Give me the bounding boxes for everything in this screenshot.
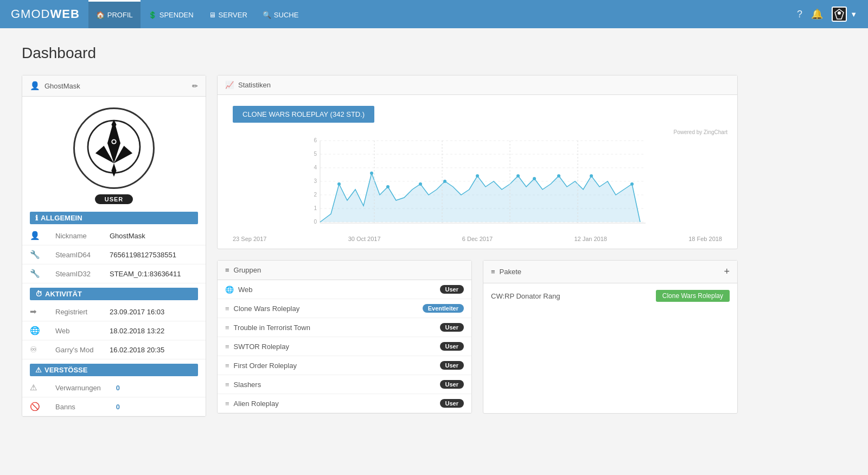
pakete-card: ≡ Pakete + CW:RP Donator Rang Clone Wars… xyxy=(483,260,738,414)
table-row: ⚠ Verwarnungen 0 xyxy=(22,378,206,397)
server-filter-button[interactable]: CLONE WARS ROLEPLAY (342 STD.) xyxy=(233,106,374,123)
list-item: ≡ Slashers User xyxy=(218,375,471,394)
group-name: SWTOR Roleplay xyxy=(234,343,289,351)
nav-label-server: SERVER xyxy=(219,11,247,19)
section-verstoesse: ⚠ VERSTÖSSE xyxy=(30,364,198,376)
nav-item-server[interactable]: 🖥 SERVER xyxy=(201,0,255,28)
paket-list: CW:RP Donator Rang Clone Wars Roleplay xyxy=(483,283,737,308)
bottom-grid: ≡ Gruppen 🌐 Web User xyxy=(217,260,738,414)
statistiken-card: 📈 Statistiken CLONE WARS ROLEPLAY (342 S… xyxy=(217,75,738,249)
svg-point-7 xyxy=(112,140,116,143)
group-name: Trouble in Terrorist Town xyxy=(234,324,310,332)
help-icon[interactable]: ? xyxy=(797,9,802,20)
user-avatar xyxy=(832,7,847,22)
list-item: ≡ First Order Roleplay User xyxy=(218,356,471,375)
list-item: 🌐 Web User xyxy=(218,280,471,299)
nav-item-suche[interactable]: 🔍 SUCHE xyxy=(255,0,307,28)
nav-item-profil[interactable]: 🏠 PROFIL xyxy=(88,0,141,28)
user-dropdown-arrow: ▼ xyxy=(850,10,857,18)
section-allgemein: ℹ ALLGEMEIN xyxy=(30,212,198,224)
svg-point-28 xyxy=(419,182,422,186)
group-name: Slashers xyxy=(234,381,261,389)
date-3: 6 Dec 2017 xyxy=(462,236,493,242)
chart-icon: 📈 xyxy=(225,81,234,89)
list-item: ≡ SWTOR Roleplay User xyxy=(218,337,471,356)
table-row: 🚫 Banns 0 xyxy=(22,397,206,416)
game-icon: ♾ xyxy=(22,340,48,359)
avatar-circle xyxy=(73,107,155,189)
chart-dates: 23 Sep 2017 30 Oct 2017 6 Dec 2017 12 Ja… xyxy=(225,235,730,246)
add-paket-icon[interactable]: + xyxy=(724,266,730,277)
profile-name: GhostMask xyxy=(44,82,80,90)
table-row: ➡ Registriert 23.09.2017 16:03 xyxy=(22,302,206,321)
allgemein-table: 👤 Nickname GhostMask 🔧 SteamID64 7656119… xyxy=(22,226,206,283)
server-group-icon: ≡ xyxy=(225,343,229,351)
nav-label-spenden: SPENDEN xyxy=(159,11,194,19)
svg-point-33 xyxy=(557,174,560,178)
gruppen-header: ≡ Gruppen xyxy=(218,261,471,280)
donate-icon: 💲 xyxy=(148,11,157,19)
login-icon: ➡ xyxy=(22,302,48,321)
svg-text:0: 0 xyxy=(314,219,317,225)
main-content: Dashboard 👤 GhostMask ✏ xyxy=(0,28,760,433)
svg-point-32 xyxy=(533,177,536,180)
statistiken-title: Statistiken xyxy=(238,81,271,89)
user-role-badge: USER xyxy=(95,194,133,204)
banns-icon: 🚫 xyxy=(22,397,48,416)
table-row: ♾ Garry's Mod 16.02.2018 20:35 xyxy=(22,340,206,359)
groups-icon: ≡ xyxy=(225,266,229,274)
steamid64-icon: 🔧 xyxy=(22,245,48,264)
list-item: ≡ Trouble in Terrorist Town User xyxy=(218,318,471,337)
svg-point-34 xyxy=(590,174,593,178)
nav-right: ? 🔔 ▼ xyxy=(797,7,857,22)
svg-text:4: 4 xyxy=(314,164,317,170)
profile-card: 👤 GhostMask ✏ xyxy=(22,75,206,417)
statistics-chart: 0 1 2 3 4 5 6 xyxy=(225,135,730,233)
nav-label-suche: SUCHE xyxy=(274,11,299,19)
svg-text:6: 6 xyxy=(314,137,317,143)
svg-point-30 xyxy=(476,174,479,178)
user-icon: 👤 xyxy=(30,81,40,91)
date-1: 23 Sep 2017 xyxy=(233,236,266,242)
server-group-icon: ≡ xyxy=(225,305,229,313)
group-badge: User xyxy=(440,361,464,370)
group-badge: User xyxy=(440,323,464,332)
pakete-icon: ≡ xyxy=(491,268,495,276)
paket-badge: Clone Wars Roleplay xyxy=(656,290,730,302)
svg-text:2: 2 xyxy=(314,192,317,198)
table-row: 🔧 SteamID32 STEAM_0:1:83636411 xyxy=(22,264,206,283)
group-name: Alien Roleplay xyxy=(234,400,279,408)
info-icon: ℹ xyxy=(35,214,38,222)
group-list: 🌐 Web User ≡ Clone Wars Roleplay Eventle… xyxy=(218,280,471,413)
edit-icon[interactable]: ✏ xyxy=(192,82,198,90)
svg-point-26 xyxy=(370,172,373,175)
chart-credit: Powered by ZingChart xyxy=(225,129,730,135)
server-group-icon: ≡ xyxy=(225,324,229,332)
group-badge: User xyxy=(440,380,464,389)
paket-name: CW:RP Donator Rang xyxy=(491,292,560,300)
nav-label-profil: PROFIL xyxy=(107,11,133,19)
bell-icon[interactable]: 🔔 xyxy=(811,8,823,20)
verwarnungen-icon: ⚠ xyxy=(22,378,48,397)
svg-point-25 xyxy=(337,182,341,186)
svg-text:1: 1 xyxy=(314,205,317,211)
steamid32-icon: 🔧 xyxy=(22,264,48,283)
user-menu[interactable]: ▼ xyxy=(832,7,857,22)
table-row: 🌐 Web 18.02.2018 13:22 xyxy=(22,321,206,340)
nickname-icon: 👤 xyxy=(22,226,48,245)
server-group-icon: ≡ xyxy=(225,362,229,370)
gruppen-title: Gruppen xyxy=(234,266,261,274)
home-icon: 🏠 xyxy=(96,11,105,19)
list-item: ≡ Alien Roleplay User xyxy=(218,394,471,413)
gruppen-card: ≡ Gruppen 🌐 Web User xyxy=(217,260,472,414)
server-group-icon: ≡ xyxy=(225,381,229,389)
svg-text:5: 5 xyxy=(314,151,317,157)
nav-item-spenden[interactable]: 💲 SPENDEN xyxy=(141,0,201,28)
navbar: GMODWEB 🏠 PROFIL 💲 SPENDEN 🖥 SERVER 🔍 SU… xyxy=(0,0,868,28)
date-4: 12 Jan 2018 xyxy=(574,236,607,242)
brand: GMODWEB xyxy=(11,7,80,21)
pakete-title: Pakete xyxy=(500,268,521,276)
profile-card-header: 👤 GhostMask ✏ xyxy=(22,75,206,97)
statistiken-header: 📈 Statistiken xyxy=(218,75,737,95)
server-icon: 🖥 xyxy=(209,11,216,19)
